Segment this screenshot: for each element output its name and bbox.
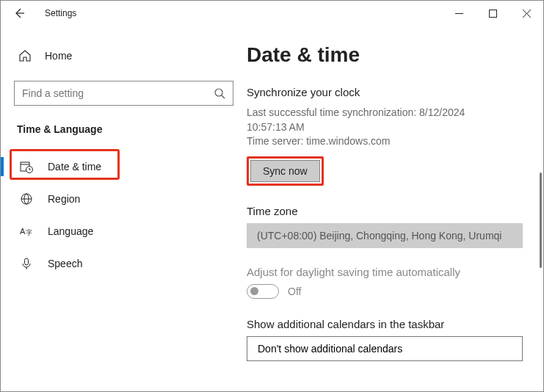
dst-toggle-row: Off xyxy=(247,284,523,299)
sync-heading: Synchronize your clock xyxy=(247,86,523,98)
sidebar-item-region[interactable]: Region xyxy=(14,184,233,214)
back-button[interactable] xyxy=(8,7,30,19)
dst-state: Off xyxy=(288,286,301,297)
additional-calendars-value: Don't show additional calendars xyxy=(258,343,402,355)
highlight-box-sync: Sync now xyxy=(247,156,324,186)
arrow-left-icon xyxy=(13,7,25,19)
globe-icon xyxy=(20,192,33,206)
settings-window: Settings Home xyxy=(0,0,544,392)
calendar-clock-icon xyxy=(20,160,33,173)
sidebar-item-language[interactable]: A字 Language xyxy=(14,216,233,247)
window-controls xyxy=(442,2,543,24)
svg-line-6 xyxy=(222,95,225,98)
maximize-button[interactable] xyxy=(476,2,509,24)
minimize-icon xyxy=(455,10,463,18)
sync-last-line2: 10:57:13 AM xyxy=(247,120,523,135)
timezone-select[interactable]: (UTC+08:00) Beijing, Chongqing, Hong Kon… xyxy=(247,223,523,248)
sidebar-item-label: Date & time xyxy=(48,161,101,173)
svg-rect-2 xyxy=(489,10,496,17)
additional-calendars-label: Show additional calendars in the taskbar xyxy=(247,318,523,330)
category-title: Time & Language xyxy=(14,123,233,135)
titlebar: Settings xyxy=(1,1,543,26)
microphone-icon xyxy=(20,257,33,270)
language-icon: A字 xyxy=(20,225,33,238)
svg-text:字: 字 xyxy=(26,229,32,236)
sync-server: Time server: time.windows.com xyxy=(247,134,523,149)
close-icon xyxy=(523,10,531,18)
sidebar-item-date-time[interactable]: Date & time xyxy=(14,151,233,182)
scrollbar[interactable] xyxy=(540,173,542,268)
sidebar-nav: Date & time Region A字 Language xyxy=(14,151,233,279)
close-button[interactable] xyxy=(509,2,543,24)
page-title: Date & time xyxy=(247,43,523,67)
window-title: Settings xyxy=(45,8,76,18)
dst-label: Adjust for daylight saving time automati… xyxy=(247,266,523,278)
sidebar-item-label: Speech xyxy=(48,258,82,269)
search-input[interactable] xyxy=(22,87,225,99)
search-icon xyxy=(214,87,225,99)
sidebar: Home Time & Language Date & time xyxy=(1,26,247,391)
svg-rect-17 xyxy=(25,258,29,265)
dst-toggle[interactable] xyxy=(247,284,279,299)
minimize-button[interactable] xyxy=(442,2,476,24)
main-content: Date & time Synchronize your clock Last … xyxy=(247,26,543,391)
toggle-knob xyxy=(250,287,258,295)
sync-info: Last successful time synchronization: 8/… xyxy=(247,106,523,149)
maximize-icon xyxy=(489,10,497,18)
search-box[interactable] xyxy=(14,81,233,106)
additional-calendars-select[interactable]: Don't show additional calendars xyxy=(247,336,523,361)
sync-now-button[interactable]: Sync now xyxy=(250,160,320,182)
sidebar-item-label: Language xyxy=(48,225,93,237)
timezone-value: (UTC+08:00) Beijing, Chongqing, Hong Kon… xyxy=(257,230,501,242)
home-button[interactable]: Home xyxy=(14,44,233,68)
sidebar-item-label: Region xyxy=(48,193,80,205)
svg-point-5 xyxy=(215,89,222,96)
sidebar-item-speech[interactable]: Speech xyxy=(14,248,233,279)
svg-text:A: A xyxy=(20,227,26,236)
home-icon xyxy=(18,49,32,62)
sync-last-line1: Last successful time synchronization: 8/… xyxy=(247,106,523,120)
home-label: Home xyxy=(45,50,72,62)
timezone-label: Time zone xyxy=(247,205,523,217)
